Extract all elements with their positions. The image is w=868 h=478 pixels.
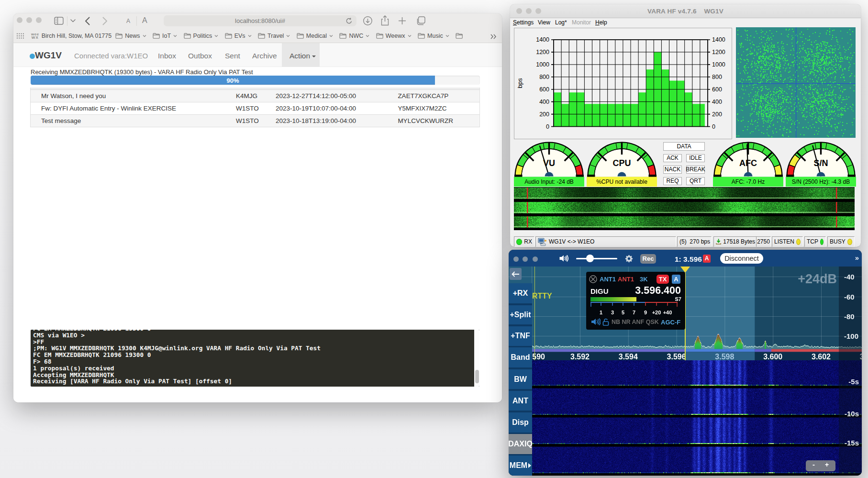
bookmark-folder-weewx[interactable]: Weewx [376,33,412,39]
tab-overview-icon[interactable] [416,16,425,25]
terminal-scrollbar[interactable] [474,330,479,387]
table-row[interactable]: Fw: DYFI Automatic Entry - Winlink EXERC… [31,102,479,115]
menu-log[interactable]: Log* [555,19,567,26]
volume-slider-track[interactable] [576,258,617,259]
window-minimize-button[interactable] [523,256,528,262]
bookmark-folder-clipped[interactable] [456,33,463,39]
terminal-scrollbar-thumb[interactable] [475,370,479,383]
menu-settings[interactable]: Settings [513,19,534,26]
disconnect-button[interactable]: Disconnect [720,253,763,264]
window-close-button[interactable] [17,17,22,23]
cell-from: W1STO [232,105,272,112]
nav-sent[interactable]: Sent [225,52,240,60]
window-zoom-button[interactable] [533,256,538,262]
bookmark-folder-travel[interactable]: Travel [258,33,290,39]
tcp-label: TCP [807,238,818,245]
s-meter-bar [590,297,636,301]
folder-label: EVs [234,33,245,39]
rx-antenna-label[interactable]: ANT1 [600,276,616,283]
window-close-button[interactable] [513,256,519,262]
sidebar-button-tnf[interactable]: +TNF [509,326,532,346]
sidebar-button-bw[interactable]: BW [509,369,532,389]
connection-indicator-dot [30,54,35,59]
table-row[interactable]: Mr Watson, I need you K4MJG 2023-12-27T1… [31,90,479,102]
mode-label[interactable]: DIGU [590,287,609,295]
sidebar-button-rx[interactable]: +RX [509,283,532,303]
vu-gauge: VUAudio Input: -24 dB [514,141,584,187]
vara-titlebar[interactable]: VARA HF v4.7.6 WG1V [510,4,861,18]
nav-action-dropdown[interactable]: Action [282,43,320,67]
bookmark-folder-nwc[interactable]: NWC [339,33,369,39]
bookmark-folder-evs[interactable]: EVs [225,33,252,39]
sdr-titlebar[interactable]: Rec 1: 3.596 A Disconnect » [509,250,862,267]
share-icon[interactable] [381,15,389,26]
bookmarks-overflow-icon[interactable] [490,34,497,39]
back-button-icon[interactable] [85,17,90,25]
lock-icon[interactable] [602,318,609,326]
address-bar[interactable]: localhost:8080/ui# [164,15,356,26]
sidebar-toggle-icon[interactable] [54,17,64,25]
sidebar-button-split[interactable]: +Split [509,305,532,325]
menu-help[interactable]: Help [595,19,607,26]
window-minimize-button[interactable] [26,17,32,23]
freq-scale-label: 3.604 [860,353,862,361]
chevron-down-icon [329,34,333,38]
settings-gear-icon[interactable] [625,255,633,263]
bookmark-folder-iot[interactable]: IoT [153,33,177,39]
back-arrow-icon [512,271,520,277]
sidebar-chevron-icon[interactable] [70,19,76,22]
new-tab-icon[interactable] [398,17,406,25]
zoom-in-button[interactable]: + [825,461,829,468]
menu-monitor[interactable]: Monitor [572,19,591,26]
rx-led [516,239,522,245]
frequently-visited-icon[interactable] [16,32,24,40]
folder-icon [339,33,346,39]
menu-collapse-button[interactable] [510,268,522,280]
filter-width-label[interactable]: 3K [640,276,648,283]
slice-flag[interactable]: ANT1 ANT1 3K TX A DIGU 3.596.400 S7 1 3 … [586,272,685,330]
nav-archive[interactable]: Archive [252,52,277,60]
sidebar-button-band[interactable]: Band [509,347,532,367]
agc-label[interactable]: AGC-F [661,319,680,326]
record-button[interactable]: Rec [640,254,656,264]
bookmark-folder-news[interactable]: News [115,33,146,39]
titlebar-more-icon[interactable]: » [855,254,858,262]
tx-badge[interactable]: TX [657,275,669,284]
bookmark-folder-music[interactable]: Music [418,33,449,39]
sidebar-button-mem[interactable]: MEM [509,456,532,476]
tx-antenna-label[interactable]: ANT1 [618,276,634,283]
sdr-waterfall-display[interactable] [509,360,862,476]
s-scale-tick: +40 [663,310,672,315]
menu-view[interactable]: View [538,19,550,26]
bookmark-site-label[interactable]: Birch Hill, Stow, MA 01775 [42,33,112,39]
window-zoom-button[interactable] [36,17,42,23]
s-scale-tick: 1 [600,310,602,315]
session-log-terminal[interactable]: FC EM MMXZEDBRHQTK 21096 19300 0 CMS via… [31,330,479,387]
dsp-buttons-label[interactable]: NB NR ANF QSK [612,319,659,325]
text-larger-button[interactable]: A [142,16,147,25]
sidebar-button-ant[interactable]: ANT [509,391,532,411]
close-slice-icon[interactable] [589,275,597,283]
bookmark-folder-politics[interactable]: Politics [184,33,219,39]
slice-frequency[interactable]: 3.596.400 [635,285,681,297]
sidebar-button-daxiq[interactable]: DAXIQ [509,434,532,454]
terminal-text: FC EM MMXZEDBRHQTK 21096 19300 0 CMS via… [33,330,468,385]
audio-mute-icon[interactable] [591,318,601,326]
text-smaller-button[interactable]: A [126,18,130,24]
volume-icon[interactable] [559,255,568,262]
volume-slider-thumb[interactable] [586,255,594,262]
db-scale-label: -100 [844,332,858,340]
pat-brand[interactable]: WG1V [35,50,62,61]
slice-letter-badge[interactable]: A [672,275,680,284]
downloads-icon[interactable] [363,16,372,25]
sidebar-button-disp[interactable]: Disp [509,412,532,433]
nav-outbox[interactable]: Outbox [188,52,212,60]
weewx-logo[interactable]: wee WX [31,33,39,39]
forward-button-icon[interactable] [102,17,108,25]
bookmarks-bar: wee WX Birch Hill, Stow, MA 01775 News I… [13,29,502,43]
nav-inbox[interactable]: Inbox [158,52,176,60]
zoom-out-button[interactable]: - [812,460,815,468]
table-row[interactable]: Test message W1STO 2023-10-18T13:19:00-0… [31,115,479,127]
reload-icon[interactable] [346,18,352,24]
bookmark-folder-medical[interactable]: Medical [297,33,333,39]
